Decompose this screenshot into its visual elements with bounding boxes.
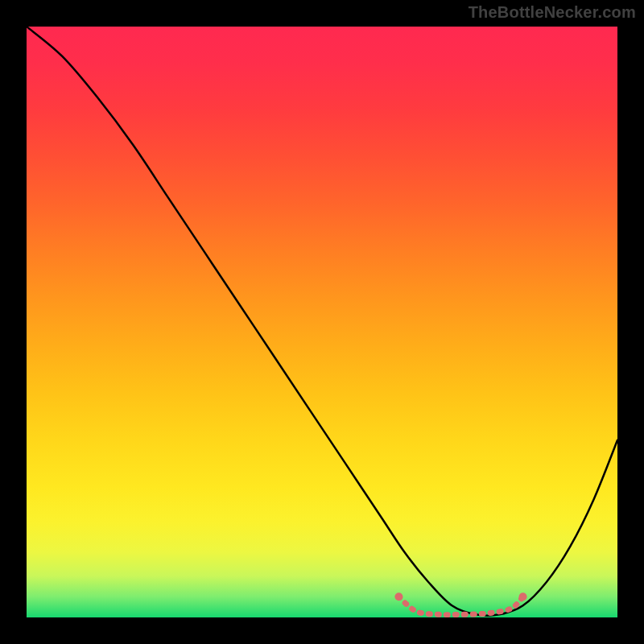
chart-container: TheBottleNecker.com: [0, 0, 644, 644]
optimal-band-endpoint: [519, 592, 527, 601]
watermark-text: TheBottleNecker.com: [469, 3, 636, 22]
chart-svg: [27, 27, 617, 617]
optimal-band-endpoint: [394, 592, 402, 601]
plot-area: [27, 27, 617, 617]
gradient-background: [27, 27, 617, 617]
